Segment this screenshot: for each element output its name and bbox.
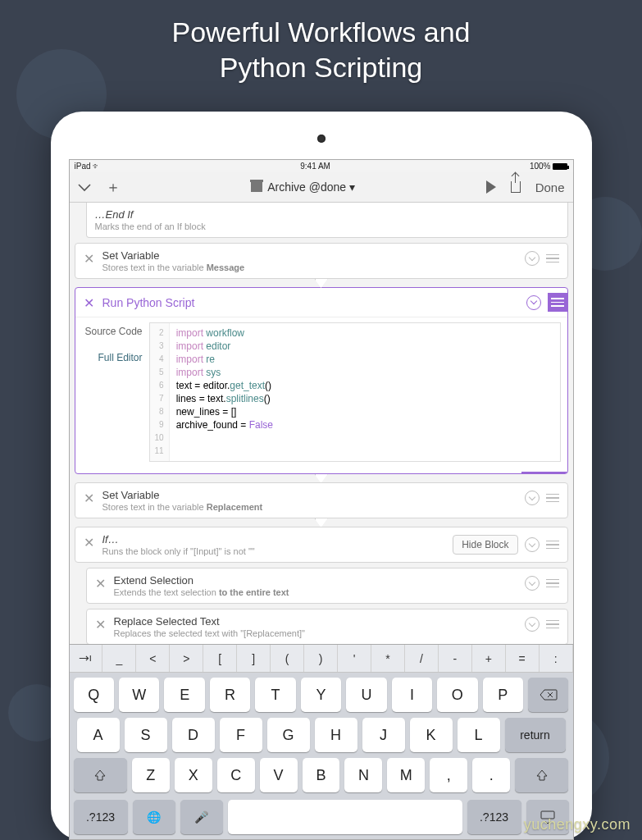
key-z[interactable]: Z (132, 758, 170, 792)
block-set-variable-2[interactable]: ✕ Set Variable Stores text in the variab… (75, 482, 568, 518)
block-set-variable-1[interactable]: ✕ Set Variable Stores text in the variab… (75, 243, 568, 279)
connector (75, 474, 568, 482)
return-key[interactable]: return (505, 718, 566, 752)
accessory-key[interactable]: = (506, 645, 540, 672)
accessory-key[interactable]: * (371, 645, 405, 672)
ipad-frame: iPad ᯤ 9:41 AM 100% ＋ Archive @done ▾ Do… (51, 112, 592, 840)
drag-handle-icon[interactable] (546, 494, 559, 503)
key-n[interactable]: N (344, 758, 382, 792)
key-c[interactable]: C (217, 758, 255, 792)
tab-key[interactable] (70, 645, 103, 672)
accessory-key[interactable]: - (439, 645, 472, 672)
toolbar: ＋ Archive @done ▾ Done (70, 172, 573, 203)
accessory-key[interactable]: + (472, 645, 506, 672)
drag-handle-icon[interactable] (546, 620, 559, 629)
status-bar: iPad ᯤ 9:41 AM 100% (70, 160, 573, 172)
key-h[interactable]: H (315, 718, 357, 752)
key-b[interactable]: B (303, 758, 340, 792)
share-icon[interactable] (511, 181, 521, 193)
key-w[interactable]: W (119, 678, 159, 712)
key-q[interactable]: Q (74, 678, 114, 712)
workflow-canvas[interactable]: …End If Marks the end of an If block ✕ S… (70, 203, 573, 644)
keyboard: _<>[]()'*/-+=: QWERTYUIOP ASDFGHJKLretur… (70, 644, 573, 839)
key-comma[interactable]: , (430, 758, 467, 792)
key-g[interactable]: G (267, 718, 310, 752)
key-m[interactable]: M (387, 758, 425, 792)
key-t[interactable]: T (255, 678, 295, 712)
keyboard-accessory-row: _<>[]()'*/-+=: (70, 645, 573, 673)
accessory-key[interactable]: < (136, 645, 170, 672)
expand-button[interactable] (525, 576, 540, 591)
close-icon[interactable]: ✕ (84, 535, 94, 550)
backspace-key[interactable] (528, 678, 568, 712)
drag-handle-icon[interactable] (548, 293, 567, 312)
drag-handle-icon[interactable] (546, 579, 559, 588)
shift-key[interactable] (74, 758, 127, 792)
block-run-python-script[interactable]: ✕ Run Python Script Source Code Full Edi… (75, 287, 568, 474)
accessory-key[interactable]: ] (237, 645, 271, 672)
accessory-key[interactable]: _ (102, 645, 136, 672)
key-v[interactable]: V (260, 758, 298, 792)
expand-button[interactable] (525, 251, 540, 266)
close-icon[interactable]: ✕ (84, 251, 94, 267)
block-replace-selected-text[interactable]: ✕ Replace Selected Text Replaces the sel… (86, 609, 568, 644)
key-u[interactable]: U (346, 678, 386, 712)
battery-icon (553, 163, 567, 170)
key-o[interactable]: O (437, 678, 477, 712)
archive-icon (251, 182, 262, 192)
key-i[interactable]: I (392, 678, 432, 712)
full-editor-link[interactable]: Full Editor (82, 352, 143, 363)
close-icon[interactable]: ✕ (84, 491, 94, 506)
hide-block-button[interactable]: Hide Block (453, 535, 517, 555)
numeric-key-2[interactable]: .?123 (467, 800, 521, 834)
globe-key[interactable]: 🌐 (133, 800, 175, 834)
key-r[interactable]: R (210, 678, 250, 712)
accessory-key[interactable]: ) (304, 645, 338, 672)
code-editor[interactable]: 234567891011 import workflowimport edito… (149, 322, 561, 462)
workflow-title[interactable]: Archive @done ▾ (251, 180, 355, 194)
key-period[interactable]: . (472, 758, 510, 792)
space-key[interactable] (228, 800, 462, 834)
key-p[interactable]: P (483, 678, 523, 712)
source-code-label: Source Code (82, 326, 143, 337)
drag-handle-icon[interactable] (546, 541, 559, 550)
play-icon[interactable] (486, 180, 496, 194)
key-s[interactable]: S (125, 718, 167, 752)
accessory-key[interactable]: ' (338, 645, 371, 672)
shift-key[interactable] (515, 758, 568, 792)
chevron-down-icon[interactable] (78, 179, 91, 196)
watermark: yuchengxy.com (524, 816, 631, 833)
expand-button[interactable] (525, 491, 540, 505)
key-k[interactable]: K (410, 718, 453, 752)
close-icon[interactable]: ✕ (95, 576, 106, 591)
connector (75, 279, 568, 287)
accessory-key[interactable]: > (170, 645, 203, 672)
close-icon[interactable]: ✕ (95, 617, 106, 632)
dictation-key[interactable]: 🎤 (180, 800, 223, 834)
key-f[interactable]: F (220, 718, 262, 752)
accessory-key[interactable]: [ (203, 645, 237, 672)
done-button[interactable]: Done (535, 180, 565, 194)
marketing-headline: Powerful Workflows and Python Scripting (0, 15, 642, 84)
expand-button[interactable] (526, 295, 541, 310)
expand-button[interactable] (525, 537, 540, 552)
close-icon[interactable]: ✕ (84, 295, 94, 311)
drag-handle-icon[interactable] (546, 254, 559, 263)
wifi-icon: ᯤ (93, 162, 101, 171)
key-x[interactable]: X (175, 758, 212, 792)
key-y[interactable]: Y (301, 678, 341, 712)
block-extend-selection[interactable]: ✕ Extend Selection Extends the text sele… (86, 568, 568, 604)
accessory-key[interactable]: : (540, 645, 573, 672)
accessory-key[interactable]: / (405, 645, 439, 672)
add-icon[interactable]: ＋ (106, 177, 121, 197)
expand-button[interactable] (525, 617, 540, 632)
numeric-key[interactable]: .?123 (74, 800, 128, 834)
key-d[interactable]: D (172, 718, 215, 752)
accessory-key[interactable]: ( (271, 645, 304, 672)
block-end-if[interactable]: …End If Marks the end of an If block (86, 203, 568, 238)
key-e[interactable]: E (164, 678, 204, 712)
key-a[interactable]: A (77, 718, 120, 752)
key-j[interactable]: J (362, 718, 405, 752)
block-if[interactable]: ✕ If… Runs the block only if "[Input]" i… (75, 527, 568, 563)
key-l[interactable]: L (458, 718, 500, 752)
